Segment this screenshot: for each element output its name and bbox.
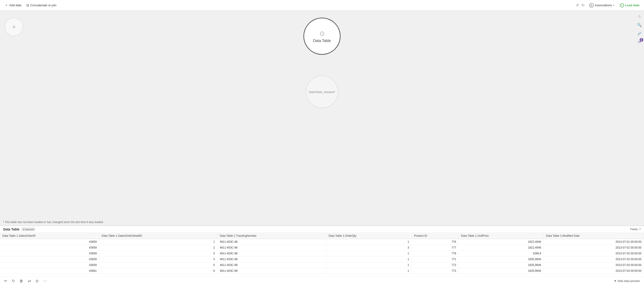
table-cell: 1: [326, 262, 412, 268]
table-cell: 1: [326, 268, 412, 274]
sources-badge: 2 sources: [21, 228, 36, 231]
concatenate-join-button[interactable]: ⧉ Concatenate or join: [24, 2, 58, 8]
preview-column-header: Data Table 1.UnitPrice: [458, 233, 544, 239]
table-cell: 776: [412, 239, 459, 245]
table-cell: 4911-403C-98: [217, 245, 326, 251]
table-cell: 43659: [0, 239, 99, 245]
zoom-in-button[interactable]: 🔍: [636, 22, 642, 28]
data-table-newest-label: DataTable_Newest*: [309, 90, 335, 94]
toolbar-left: ＋ Add data ⧉ Concatenate or join: [3, 2, 58, 8]
table-cell: 778: [412, 251, 459, 256]
table-row: 4365954911-403C-9817721835,99462013-07-0…: [0, 262, 644, 268]
table-cell: 43661: [0, 268, 99, 274]
table-row: 4365944911-403C-9817711835,99462013-07-0…: [0, 256, 644, 262]
hide-preview-icon: ▼: [614, 280, 616, 283]
concatenate-icon: ⧉: [26, 3, 29, 8]
edit-badge: 1: [640, 38, 643, 42]
add-data-button[interactable]: ＋ Add data: [3, 2, 23, 8]
preview-table-container[interactable]: Data Table 1.SalesOrderIDData Table 1.Sa…: [0, 233, 644, 277]
table-cell: 5: [99, 262, 217, 268]
hide-preview-label: Hide data preview: [618, 280, 640, 283]
table-cell: 1835,9946: [458, 256, 544, 262]
table-row: 4365924911-403C-9837771822,49462013-07-0…: [0, 245, 644, 251]
undo-redo-group: ↺ ↻: [575, 2, 586, 8]
table-cell: 4911-403C-98: [217, 262, 326, 268]
data-preview-panel: Data Table 2 sources Fields: 7 Data Tabl…: [0, 226, 644, 277]
table-cell: 2013-07-03 00:00:00: [544, 268, 644, 274]
table-cell: 2013-07-02 00:00:00: [544, 251, 644, 256]
preview-table-header-row: Data Table 1.SalesOrderIDData Table 1.Sa…: [0, 233, 644, 239]
table-cell: 1822,4946: [458, 245, 544, 251]
table-cell: 6: [99, 268, 217, 274]
table-cell: 771: [412, 256, 459, 262]
table-cell: 1835,9946: [458, 268, 544, 274]
transform-button[interactable]: ⇄: [26, 278, 32, 284]
add-data-label: Add data: [9, 4, 21, 7]
filter-button[interactable]: ⊘: [34, 278, 40, 284]
preview-column-header: Data Table 1.SalesOrderDetailID: [99, 233, 217, 239]
fields-count: Fields: 7: [630, 228, 641, 231]
canvas-note: * This table has not been loaded or has …: [0, 218, 106, 226]
bottom-toolbar: ✏ ↻ 🗑 ⇄ ⊘ ⋯ ▼ Hide data preview: [0, 277, 644, 285]
toolbar-right: ↺ ↻ ◎ Associations ▾ ● Load data: [575, 2, 641, 8]
data-table-bubble-icon: ⊙: [320, 30, 325, 37]
table-cell: 2013-07-01 00:00:00: [544, 239, 644, 245]
table-cell: 772: [412, 262, 459, 268]
table-cell: 4911-403C-98: [217, 239, 326, 245]
preview-table-head: Data Table 1.SalesOrderIDData Table 1.Sa…: [0, 233, 644, 239]
table-cell: 4911-403C-98: [217, 256, 326, 262]
table-cell: 3: [99, 251, 217, 256]
more-button[interactable]: ⋯: [42, 278, 48, 284]
table-cell: 1: [99, 239, 217, 245]
add-data-circle[interactable]: +: [5, 18, 23, 36]
table-cell: 43659: [0, 245, 99, 251]
preview-table-body: 4365914911-403C-9817761822,49462013-07-0…: [0, 239, 644, 274]
main-toolbar: ＋ Add data ⧉ Concatenate or join ↺ ↻ ◎ A…: [0, 0, 644, 11]
table-cell: 1: [326, 239, 412, 245]
table-cell: 2: [99, 245, 217, 251]
preview-column-header: Data Table 1.TrackingNumber: [217, 233, 326, 239]
table-cell: 4: [99, 256, 217, 262]
associations-chevron-icon: ▾: [613, 4, 614, 6]
associations-icon: ◎: [589, 3, 594, 8]
data-table-bubble[interactable]: ⊙ Data Table: [304, 18, 340, 55]
preview-column-header: Product ID: [412, 233, 459, 239]
table-row: 4365914911-403C-9817761822,49462013-07-0…: [0, 239, 644, 245]
data-table-newest-bubble[interactable]: DataTable_Newest*: [306, 76, 338, 108]
data-table-bubble-label: Data Table: [313, 39, 331, 43]
home-button[interactable]: ⌂: [637, 13, 642, 19]
refresh-button[interactable]: ↻: [10, 278, 16, 284]
preview-column-header: Data Table 1.SalesOrderID: [0, 233, 99, 239]
concatenate-label: Concatenate or join: [30, 4, 56, 7]
plus-icon: ＋: [5, 3, 8, 8]
table-cell: 1: [326, 251, 412, 256]
undo-button[interactable]: ↺: [575, 2, 580, 8]
right-sidebar: ⌂ 🔍 🔎 ✏ 1: [635, 11, 644, 226]
table-cell: 1835,9946: [458, 262, 544, 268]
table-cell: 4911-403C-98: [217, 251, 326, 256]
table-cell: 2013-07-02 00:00:00: [544, 245, 644, 251]
table-cell: 43659: [0, 251, 99, 256]
table-cell: 773: [412, 268, 459, 274]
preview-column-header: Data Table 1.Modified Date: [544, 233, 644, 239]
delete-button[interactable]: 🗑: [18, 278, 24, 284]
load-data-button[interactable]: ● Load data: [618, 2, 641, 8]
zoom-out-button[interactable]: 🔎: [636, 31, 642, 36]
hide-preview-button[interactable]: ▼ Hide data preview: [612, 278, 641, 284]
table-cell: 1822,4946: [458, 239, 544, 245]
table-cell: 1098,9: [458, 251, 544, 256]
edit-button[interactable]: ✏: [3, 278, 8, 284]
table-cell: 777: [412, 245, 459, 251]
associations-button[interactable]: ◎ Associations ▾: [587, 2, 616, 8]
table-cell: 43659: [0, 262, 99, 268]
redo-button[interactable]: ↻: [580, 2, 586, 8]
canvas-area: + ⊙ Data Table DataTable_Newest* * This …: [0, 11, 644, 226]
preview-header-left: Data Table 2 sources: [3, 228, 36, 231]
table-row: 4366164911-403C-9817731835,99462013-07-0…: [0, 268, 644, 274]
bottom-toolbar-actions: ✏ ↻ 🗑 ⇄ ⊘ ⋯: [3, 278, 48, 284]
add-circle-plus-icon: +: [12, 23, 16, 31]
table-cell: 4911-403C-98: [217, 268, 326, 274]
table-cell: 2013-07-02 00:00:00: [544, 256, 644, 262]
table-row: 4365934911-403C-9817781098,92013-07-02 0…: [0, 251, 644, 256]
table-cell: 1: [326, 256, 412, 262]
